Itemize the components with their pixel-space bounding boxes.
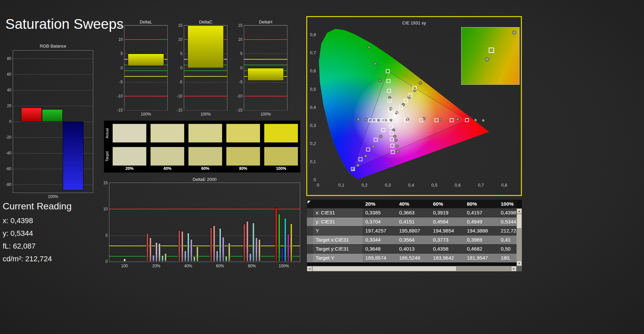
table-row: Target y:CIE310,36480,40130,43580,46820,… [307, 245, 517, 254]
table-header-row: 20%40%60%80%100% [307, 200, 517, 208]
rgb-gridline [13, 59, 93, 59]
cie-xtick-label: 0 [317, 183, 319, 188]
table-value-cell: 0,41 [498, 236, 517, 245]
delta-e-title: DeltaE 2000 [109, 177, 300, 182]
table-row: Y197,4257195,8807194,9854194,3888212,724 [307, 226, 517, 236]
delta-l-xlabel: 100% [124, 112, 168, 117]
cie-zoom-inset [461, 27, 520, 85]
table-value-cell: 180, [498, 254, 517, 263]
vertical-scroll-thumb[interactable] [517, 214, 522, 228]
delta-e-bar [149, 238, 152, 262]
table-value-cell: 0,4358 [430, 245, 464, 254]
scroll-up-button[interactable]: ▲ [517, 208, 522, 214]
swatch-col-label-100%: 100% [264, 166, 298, 171]
table-value-cell: 0,4682 [464, 245, 498, 254]
actual-swatch-80% [226, 124, 260, 143]
delta-e-bar [249, 253, 252, 262]
rgb-bar-red [21, 108, 42, 122]
inset-measured-marker [485, 57, 489, 61]
table-value-cell: 0,3704 [363, 217, 396, 226]
target-swatch-80% [226, 147, 260, 166]
cie-xtick-label: 0,4 [408, 183, 414, 188]
swatch-col-label-80%: 80% [226, 166, 260, 171]
table-value-cell: 0,3344 [363, 236, 396, 245]
measured-point [394, 139, 397, 141]
scroll-right-button[interactable]: ► [511, 266, 517, 271]
delta-e-ytick-label: 10 [103, 207, 108, 211]
delta-e-bar [196, 247, 199, 262]
swatch-col-label-40%: 40% [150, 166, 184, 171]
delta-e-bar [184, 251, 186, 262]
delta_h-gridline [244, 110, 287, 111]
row-selector-strip [307, 208, 313, 217]
table-header-cell: 40% [396, 200, 430, 208]
delta-e-bar [278, 214, 280, 262]
cie-xtick-label: 0,6 [454, 183, 461, 188]
delta_h-reference-line [244, 96, 287, 96]
delta-e-bar [255, 238, 258, 262]
delta_c-bar [187, 25, 224, 68]
delta_h-reference-line [244, 65, 287, 65]
row-selector-strip [307, 236, 313, 245]
measured-point [439, 118, 441, 121]
scroll-left-button[interactable]: ◄ [307, 266, 312, 271]
cie-ytick-label: 0,8 [310, 32, 316, 37]
row-label: Target Y [313, 254, 363, 263]
measured-point [379, 79, 381, 82]
swatch-col-label-60%: 60% [188, 166, 222, 171]
table-value-cell: 194,3888 [464, 226, 498, 236]
delta_l-reference-line [124, 96, 167, 96]
delta_l-gridline [124, 25, 167, 26]
cie-ytick-label: 0,2 [310, 141, 316, 146]
delta-e-group-label: 20% [152, 264, 160, 268]
delta_l-ytick-label: 10 [118, 37, 123, 42]
cie-ytick-label: 0,5 [310, 87, 316, 92]
rgb-balance-title: RGB Balance [13, 44, 93, 49]
delta-h-title: DeltaH [244, 19, 287, 24]
row-label: x: CIE31 [313, 208, 363, 217]
rgb-ytick-label: -40 [6, 151, 11, 155]
delta-e-bar [210, 227, 212, 262]
cie-ytick-label: 0,1 [310, 159, 316, 164]
table-value-cell: 0,3773 [430, 236, 464, 245]
delta_c-gridline [184, 68, 227, 68]
delta_l-ytick-label: 15 [118, 23, 123, 28]
rgb-balance-plot: 806040200-20-40-60-80 [13, 50, 93, 193]
delta-e-group-label: 80% [248, 264, 256, 268]
table-value-cell: 189,8574 [363, 254, 396, 263]
rgb-gridline [13, 106, 93, 106]
rgb-ytick-label: 0 [9, 119, 11, 124]
actual-swatch-60% [188, 124, 222, 143]
rgb-balance-xlabel: 100% [13, 194, 93, 199]
delta-h-xlabel: 100% [244, 112, 287, 117]
delta_c-ytick-label: 15 [178, 23, 182, 28]
horizontal-scrollbar[interactable]: ◄ ► [307, 266, 517, 271]
delta_l-reference-line [124, 70, 167, 71]
table-row: Target Y189,8574186,5248183,9642181,9547… [307, 254, 517, 263]
table-value-cell: 194,9854 [430, 226, 464, 236]
delta-e-bar [290, 223, 292, 262]
delta-e-bar [181, 231, 183, 262]
rgb-ytick-label: -80 [6, 182, 11, 187]
delta-e-group-label: 100% [279, 264, 289, 268]
cie-xtick-label: 0,2 [362, 183, 368, 188]
current-reading-y: y: 0,5344 [3, 229, 33, 238]
horizontal-scroll-thumb[interactable] [312, 266, 457, 271]
delta-e-ytick-label: 0 [105, 259, 108, 264]
swatch-row-label-actual: Actual [105, 124, 110, 143]
vertical-scrollbar[interactable]: ▲ ▼ [517, 208, 522, 266]
delta_h-gridline [244, 82, 287, 82]
row-selector-strip [307, 217, 313, 226]
saturation-swatch-panel: ActualTarget20%40%60%80%100% [104, 121, 300, 173]
measured-point [374, 62, 377, 65]
table-header-cell: 100% [498, 200, 517, 208]
delta-e-reference-line [109, 209, 300, 209]
scroll-down-button[interactable]: ▼ [517, 261, 522, 266]
table-header-cell: 80% [464, 200, 498, 208]
delta_c-ytick-label: 5 [180, 51, 182, 56]
delta-l-title: DeltaL [124, 19, 168, 24]
measured-point [364, 154, 367, 157]
cie-ytick-label: 0,3 [310, 123, 316, 128]
delta_h-ytick-label: -10 [237, 94, 243, 98]
measured-point [419, 82, 422, 84]
